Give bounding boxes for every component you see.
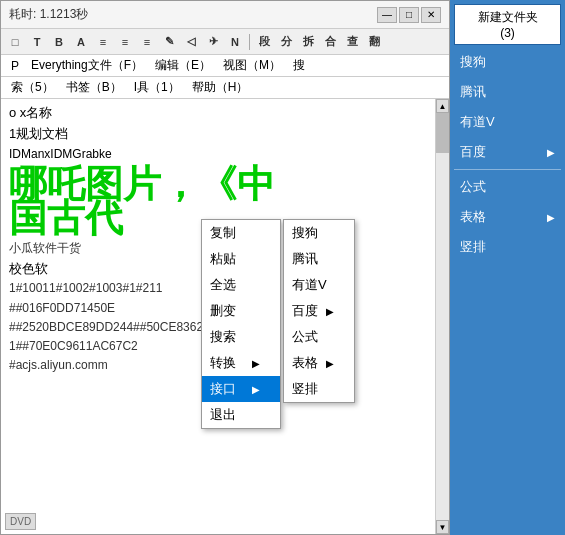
- title-bar: 耗时: 1.1213秒 — □ ✕: [1, 1, 449, 29]
- right-formula-label: 公式: [460, 178, 486, 196]
- submenu: 搜狗 腾讯 有道V 百度 ▶ 公式 表格 ▶ 竖排: [283, 219, 355, 403]
- ctx-copy[interactable]: 复制: [202, 220, 280, 246]
- toolbar-btn-fen[interactable]: 分: [276, 32, 296, 52]
- right-sougou[interactable]: 搜狗: [454, 49, 561, 75]
- toolbar: □ T B A ≡ ≡ ≡ ✎ ◁ ✈ N 段 分 拆 合 查 翻: [1, 29, 449, 55]
- title-text: 耗时: 1.1213秒: [9, 6, 88, 23]
- ctx-interface[interactable]: 接口 ▶: [202, 376, 280, 402]
- menu-help[interactable]: 帮助（H）: [186, 77, 255, 98]
- line-3: IDManxIDMGrabke: [9, 145, 427, 164]
- menu-everything[interactable]: Everything文件（F）: [25, 55, 149, 76]
- minimize-button[interactable]: —: [377, 7, 397, 23]
- scroll-track[interactable]: [436, 113, 449, 520]
- submenu-baidu-arrow: ▶: [326, 306, 334, 317]
- right-baidu-arrow: ▶: [547, 147, 555, 158]
- right-table-arrow: ▶: [547, 212, 555, 223]
- submenu-tencent[interactable]: 腾讯: [284, 246, 354, 272]
- main-window: 耗时: 1.1213秒 — □ ✕ □ T B A ≡ ≡ ≡ ✎ ◁ ✈ N …: [0, 0, 450, 535]
- right-table[interactable]: 表格 ▶: [454, 204, 561, 230]
- toolbar-btn-align1[interactable]: ≡: [93, 32, 113, 52]
- scrollbar[interactable]: ▲ ▼: [435, 99, 449, 534]
- toolbar-btn-a[interactable]: A: [71, 32, 91, 52]
- menu-bookmark[interactable]: 书签（B）: [60, 77, 128, 98]
- ctx-search[interactable]: 搜索: [202, 324, 280, 350]
- ctx-convert[interactable]: 转换 ▶: [202, 350, 280, 376]
- dvd-icon: DVD: [5, 513, 36, 530]
- toolbar-separator: [249, 34, 250, 50]
- right-table-label: 表格: [460, 208, 486, 226]
- toolbar-btn-stop[interactable]: □: [5, 32, 25, 52]
- toolbar-btn-pen[interactable]: ✎: [159, 32, 179, 52]
- right-youdao-label: 有道V: [460, 113, 495, 131]
- title-buttons: — □ ✕: [377, 7, 441, 23]
- submenu-sougou[interactable]: 搜狗: [284, 220, 354, 246]
- menu-search[interactable]: 搜: [287, 55, 311, 76]
- right-baidu-label: 百度: [460, 143, 486, 161]
- toolbar-btn-back[interactable]: ◁: [181, 32, 201, 52]
- right-youdao[interactable]: 有道V: [454, 109, 561, 135]
- toolbar-btn-t[interactable]: T: [27, 32, 47, 52]
- toolbar-btn-cha[interactable]: 查: [342, 32, 362, 52]
- menu-bar-1: P Everything文件（F） 编辑（E） 视图（M） 搜: [1, 55, 449, 77]
- line-1: o x名称: [9, 103, 427, 124]
- scroll-thumb[interactable]: [436, 113, 449, 153]
- ctx-delete[interactable]: 删变: [202, 298, 280, 324]
- right-tencent-label: 腾讯: [460, 83, 486, 101]
- maximize-button[interactable]: □: [399, 7, 419, 23]
- toolbar-btn-duan[interactable]: 段: [254, 32, 274, 52]
- close-button[interactable]: ✕: [421, 7, 441, 23]
- toolbar-btn-chai[interactable]: 拆: [298, 32, 318, 52]
- right-tencent[interactable]: 腾讯: [454, 79, 561, 105]
- menu-tools[interactable]: I具（1）: [128, 77, 186, 98]
- ctx-selectall[interactable]: 全选: [202, 272, 280, 298]
- toolbar-btn-send[interactable]: ✈: [203, 32, 223, 52]
- right-separator: [454, 169, 561, 170]
- context-menu: 复制 粘贴 全选 删变 搜索 转换 ▶ 接口 ▶ 退出: [201, 219, 281, 429]
- submenu-table-arrow: ▶: [326, 358, 334, 369]
- line-2: 1规划文档: [9, 124, 427, 145]
- toolbar-btn-b[interactable]: B: [49, 32, 69, 52]
- menu-edit[interactable]: 编辑（E）: [149, 55, 217, 76]
- toolbar-btn-fan[interactable]: 翻: [364, 32, 384, 52]
- submenu-table[interactable]: 表格 ▶: [284, 350, 354, 376]
- submenu-baidu[interactable]: 百度 ▶: [284, 298, 354, 324]
- toolbar-btn-he[interactable]: 合: [320, 32, 340, 52]
- scroll-down-button[interactable]: ▼: [436, 520, 449, 534]
- submenu-youdao[interactable]: 有道V: [284, 272, 354, 298]
- right-formula[interactable]: 公式: [454, 174, 561, 200]
- menu-view[interactable]: 视图（M）: [217, 55, 287, 76]
- ctx-interface-arrow: ▶: [252, 384, 260, 395]
- menu-p[interactable]: P: [5, 57, 25, 75]
- right-panel: 新建文件夹(3) 搜狗 腾讯 有道V 百度 ▶ 公式 表格 ▶ 竖排: [450, 0, 565, 535]
- content-area: o x名称 1规划文档 IDManxIDMGrabke 哪吒图片，《中 国古代 …: [1, 99, 449, 534]
- ctx-exit[interactable]: 退出: [202, 402, 280, 428]
- submenu-formula[interactable]: 公式: [284, 324, 354, 350]
- menu-bar-2: 索（5） 书签（B） I具（1） 帮助（H）: [1, 77, 449, 99]
- right-vertical-label: 竖排: [460, 238, 486, 256]
- submenu-vertical[interactable]: 竖排: [284, 376, 354, 402]
- menu-index[interactable]: 索（5）: [5, 77, 60, 98]
- ctx-paste[interactable]: 粘贴: [202, 246, 280, 272]
- new-folder-button[interactable]: 新建文件夹(3): [454, 4, 561, 45]
- toolbar-btn-align3[interactable]: ≡: [137, 32, 157, 52]
- scroll-up-button[interactable]: ▲: [436, 99, 449, 113]
- right-sougou-label: 搜狗: [460, 53, 486, 71]
- right-baidu[interactable]: 百度 ▶: [454, 139, 561, 165]
- toolbar-btn-align2[interactable]: ≡: [115, 32, 135, 52]
- right-vertical[interactable]: 竖排: [454, 234, 561, 260]
- toolbar-btn-n[interactable]: N: [225, 32, 245, 52]
- ctx-convert-arrow: ▶: [252, 358, 260, 369]
